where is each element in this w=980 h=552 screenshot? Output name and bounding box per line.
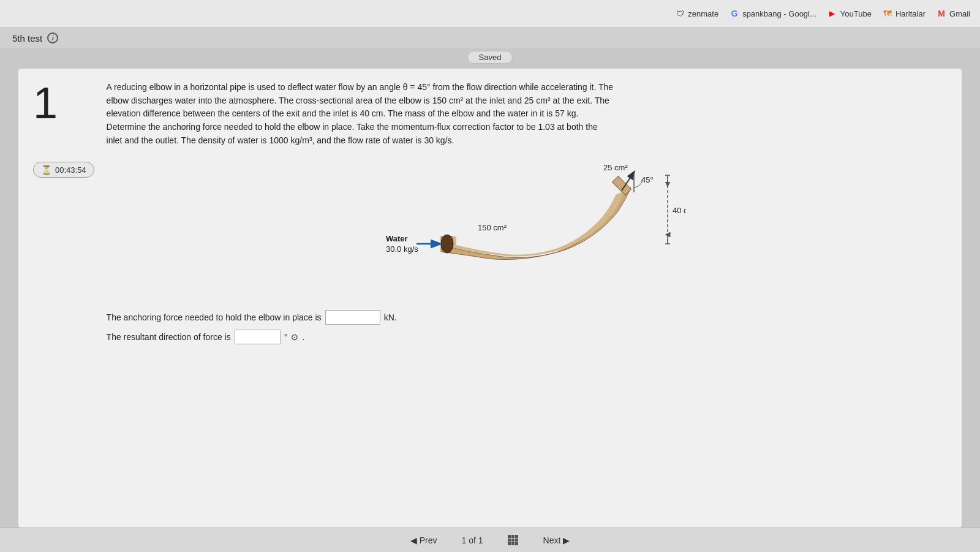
bottom-bar: ◀ Prev 1 of 1 Next ▶: [0, 527, 980, 552]
answer-line2-unit: °: [284, 332, 288, 342]
label-45deg: 45°: [641, 175, 654, 184]
gmail-icon: M: [937, 9, 946, 18]
question-number: 1: [33, 81, 94, 125]
saved-row: Saved: [0, 48, 980, 69]
page-info: 1 of 1: [461, 535, 483, 545]
info-icon[interactable]: i: [47, 32, 58, 43]
diagram-area: 25 cm² 45° 150 cm² 40 cm Water: [107, 157, 947, 298]
label-25cm2: 25 cm²: [603, 163, 628, 172]
answer-line-1: The anchoring force needed to hold the e…: [107, 310, 947, 325]
answer-line2-symbol: ⊙: [291, 332, 298, 342]
label-40cm: 40 cm: [673, 206, 686, 215]
next-chevron: ▶: [563, 535, 570, 545]
saved-badge: Saved: [467, 51, 513, 64]
diagram-svg: 25 cm² 45° 150 cm² 40 cm Water: [368, 157, 686, 298]
bookmark-spankbang[interactable]: G spankbang - Googl...: [729, 9, 816, 18]
answer-line2-prefix: The resultant direction of force is: [107, 332, 231, 342]
zenmate-icon: 🛡: [675, 9, 685, 18]
bookmark-zenmate[interactable]: 🛡 zenmate: [675, 9, 718, 18]
question-text: A reducing elbow in a horizontal pipe is…: [107, 81, 947, 147]
label-flow: 30.0 kg/s: [386, 244, 418, 254]
grid-icon[interactable]: [508, 535, 519, 546]
question-content: A reducing elbow in a horizontal pipe is…: [107, 81, 947, 349]
answer-line-2: The resultant direction of force is ° ⊙ …: [107, 330, 947, 344]
bookmark-gmail[interactable]: M Gmail: [937, 9, 970, 18]
svg-point-0: [441, 235, 453, 253]
question-layout: 1 ⏳ 00:43:54 A reducing elbow in a horiz…: [33, 81, 947, 349]
prev-chevron: ◀: [410, 535, 417, 545]
question-card: 1 ⏳ 00:43:54 A reducing elbow in a horiz…: [18, 69, 962, 527]
answer-line1-unit: kN.: [384, 312, 397, 322]
answer-section: The anchoring force needed to hold the e…: [107, 310, 947, 344]
bookmark-youtube[interactable]: ▶ YouTube: [827, 9, 872, 18]
anchoring-force-input[interactable]: [325, 310, 380, 325]
bookmark-haritalar[interactable]: 🗺 Haritalar: [883, 9, 925, 18]
timer-value: 00:43:54: [55, 165, 86, 175]
next-button[interactable]: Next ▶: [543, 535, 570, 545]
label-water: Water: [386, 234, 408, 243]
hourglass-icon: ⏳: [41, 165, 51, 175]
main-area: 5th test i Saved 1 ⏳ 00:43:54: [0, 28, 980, 552]
google-icon: G: [729, 9, 739, 18]
question-number-col: 1 ⏳ 00:43:54: [33, 81, 94, 349]
map-icon: 🗺: [883, 9, 892, 18]
page-title: 5th test: [12, 33, 42, 43]
resultant-direction-input[interactable]: [235, 330, 281, 344]
answer-line1-prefix: The anchoring force needed to hold the e…: [107, 312, 322, 322]
answer-line2-suffix: .: [302, 332, 304, 342]
timer-box: ⏳ 00:43:54: [33, 162, 94, 178]
youtube-icon: ▶: [827, 9, 837, 18]
prev-button[interactable]: ◀ Prev: [410, 535, 437, 545]
label-150cm2: 150 cm²: [478, 223, 507, 232]
browser-bar: 🛡 zenmate G spankbang - Googl... ▶ YouTu…: [0, 0, 980, 28]
title-bar: 5th test i: [0, 28, 980, 48]
